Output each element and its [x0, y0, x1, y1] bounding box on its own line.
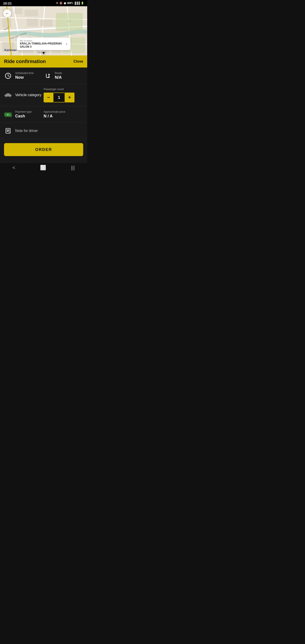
back-button[interactable]: ←	[3, 10, 11, 18]
map-pin	[42, 51, 45, 54]
close-button[interactable]: Close	[73, 60, 83, 64]
note-icon	[4, 127, 12, 135]
svg-rect-33	[7, 94, 9, 94]
svg-rect-15	[40, 20, 52, 26]
route-value: N/A	[55, 75, 62, 80]
schedule-route-row: Scheduled time Now Route N/A	[0, 68, 87, 84]
clock-icon	[4, 72, 12, 80]
route-cell: Route N/A	[44, 72, 83, 80]
svg-rect-11	[14, 8, 22, 14]
svg-rect-39	[4, 116, 6, 116]
nav-recents-button[interactable]: |||	[71, 165, 75, 170]
location-box[interactable]: My location KRALJA TOMISLAVA-FRIZERSKI S…	[17, 38, 70, 50]
passenger-increase-button[interactable]: +	[64, 92, 74, 102]
approximate-price-label: Approximate price	[44, 110, 83, 113]
status-icons: ✦ 🔇 ◉ WiFi ▐▐▐ 🔋	[56, 2, 84, 5]
note-for-driver-label: Note for driver	[15, 129, 38, 133]
signal-icon: ▐▐▐	[74, 2, 80, 5]
order-button[interactable]: ORDER	[4, 143, 83, 156]
navigation-bar: < ⬜ |||	[0, 162, 87, 172]
payment-text: Payment type Cash	[15, 110, 32, 118]
nav-home-button[interactable]: ⬜	[40, 165, 46, 170]
passenger-cell: Passenger count − 1 +	[44, 88, 83, 102]
payment-price-row: $ Payment type Cash Approximate price N …	[0, 106, 87, 123]
cash-icon: $	[4, 110, 12, 118]
svg-rect-40	[10, 112, 12, 114]
status-bar: 10:21 ✦ 🔇 ◉ WiFi ▐▐▐ 🔋	[0, 0, 87, 6]
location-info: My location KRALJA TOMISLAVA-FRIZERSKI S…	[20, 39, 64, 48]
vehicle-passenger-row: Vehicle category Passenger count − 1 +	[0, 84, 87, 106]
bluetooth-icon: ✦	[56, 2, 58, 5]
svg-point-31	[5, 96, 7, 98]
approximate-price-value: N / A	[44, 114, 83, 118]
map-view[interactable]: Banija Obala Ivana Trnskoga Kupa Kupa Do…	[0, 6, 87, 56]
location-name: KRALJA TOMISLAVA-FRIZERSKI SALON 3	[20, 42, 64, 48]
route-text: Route N/A	[55, 72, 62, 80]
battery-icon: 🔋	[81, 2, 84, 5]
svg-rect-14	[27, 18, 38, 26]
passenger-value: 1	[54, 92, 64, 102]
scheduled-time-text: Scheduled time Now	[15, 72, 34, 80]
wifi-icon: WiFi	[67, 2, 73, 5]
svg-text:$: $	[7, 114, 8, 116]
note-for-driver-row[interactable]: Note for driver	[0, 123, 87, 139]
car-icon	[4, 91, 12, 99]
scheduled-time-cell: Scheduled time Now	[4, 72, 44, 80]
svg-rect-34	[4, 95, 6, 96]
svg-line-29	[8, 76, 10, 76]
back-arrow-icon: ←	[5, 11, 9, 16]
scheduled-time-value: Now	[15, 75, 34, 80]
volume-icon: 🔇	[59, 2, 62, 5]
payment-type-label: Payment type	[15, 110, 32, 113]
content-panel: Scheduled time Now Route N/A	[0, 68, 87, 162]
vehicle-cell[interactable]: Vehicle category	[4, 91, 44, 99]
order-button-wrapper: ORDER	[0, 139, 87, 160]
scheduled-time-label: Scheduled time	[15, 72, 34, 75]
svg-text:Kupa: Kupa	[67, 20, 71, 22]
nav-back-button[interactable]: <	[12, 165, 15, 170]
svg-point-32	[10, 96, 11, 98]
ride-confirmation-header: Ride confirmation Close	[0, 56, 87, 68]
route-icon	[44, 72, 52, 80]
location-icon: ◉	[64, 2, 66, 5]
passenger-count-label: Passenger count	[44, 88, 64, 91]
svg-rect-12	[24, 10, 38, 16]
svg-text:Karlovac: Karlovac	[4, 48, 17, 52]
passenger-decrease-button[interactable]: −	[44, 92, 54, 102]
svg-rect-13	[2, 18, 11, 28]
status-time: 10:21	[3, 1, 12, 5]
route-label: Route	[55, 72, 62, 75]
payment-type-value: Cash	[15, 114, 32, 118]
location-label: My location	[20, 39, 64, 42]
price-cell: Approximate price N / A	[44, 110, 83, 118]
ride-confirmation-title: Ride confirmation	[4, 58, 46, 64]
svg-rect-35	[10, 95, 12, 96]
vehicle-category-label: Vehicle category	[15, 93, 41, 97]
payment-cell[interactable]: $ Payment type Cash	[4, 110, 44, 118]
location-chevron-icon: ›	[66, 42, 67, 46]
passenger-stepper: − 1 +	[44, 92, 74, 102]
